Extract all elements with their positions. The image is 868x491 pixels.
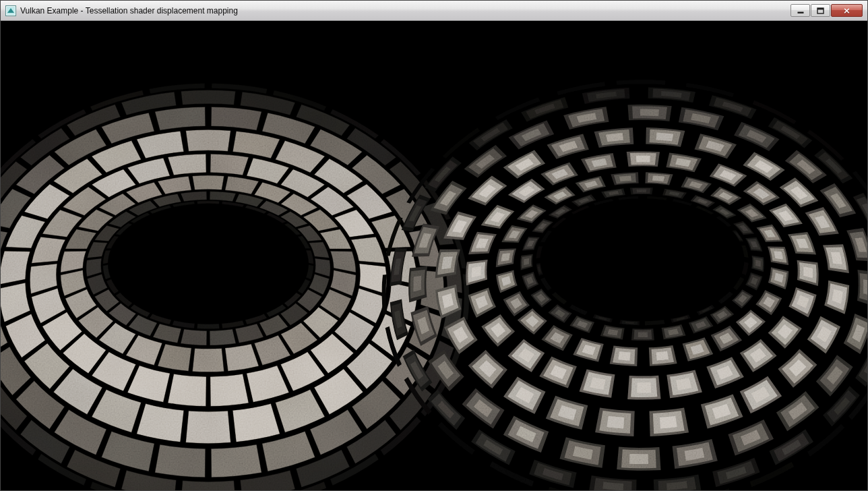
render-area: [1, 21, 867, 490]
vulkan-example-window: Vulkan Example - Tessellation shader dis…: [0, 0, 868, 491]
window-title: Vulkan Example - Tessellation shader dis…: [20, 6, 238, 16]
minimize-icon: [797, 7, 804, 14]
close-icon: ×: [843, 6, 850, 15]
maximize-icon: [817, 7, 824, 14]
app-icon: [5, 5, 16, 16]
close-button[interactable]: ×: [831, 4, 863, 17]
mottle-noise-overlay: [1, 21, 867, 490]
titlebar[interactable]: Vulkan Example - Tessellation shader dis…: [1, 1, 867, 21]
maximize-button[interactable]: [811, 4, 830, 17]
vulkan-render-viewport[interactable]: [1, 21, 867, 490]
window-controls: ×: [790, 4, 863, 17]
minimize-button[interactable]: [790, 4, 810, 17]
